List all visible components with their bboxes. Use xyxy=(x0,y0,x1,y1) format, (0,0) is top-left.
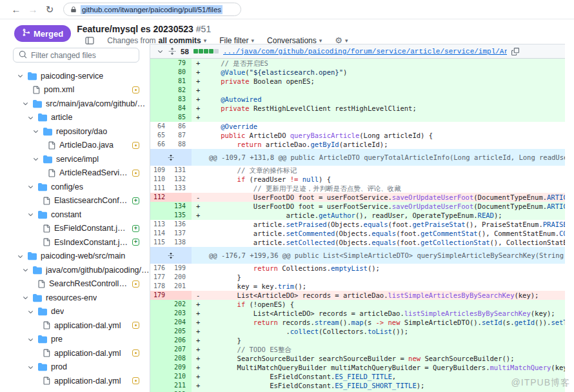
diff-line-ctx[interactable]: 109131 // 文章的操作标记 xyxy=(150,166,565,175)
diff-sign: + xyxy=(192,211,204,220)
diff-line-add[interactable]: 203+ List<ArticleDO> records = articleDa… xyxy=(150,309,565,318)
chevron-down-icon[interactable] xyxy=(32,155,39,162)
diff-line-ctx[interactable]: 110132 if (readUser != null) { xyxy=(150,175,565,184)
file-icon xyxy=(43,238,50,246)
diff-line-ctx[interactable]: 115138 article.setCollected(Objects.equa… xyxy=(150,238,565,247)
tree-folder-row[interactable]: java/com/github/paicoding/foru... xyxy=(0,263,150,277)
address-bar[interactable]: github.com/itwanger/paicoding/pull/51/fi… xyxy=(63,3,241,16)
tree-folder-row[interactable]: repository/dao xyxy=(0,124,150,139)
expand-hunk-icon[interactable] xyxy=(150,247,192,264)
diff-sign: + xyxy=(192,309,204,318)
diff-line-add[interactable]: 210+ EsFieldConstant.ES_FIELD_TITLE, xyxy=(150,372,565,381)
diff-line-add[interactable]: 82+ xyxy=(150,86,565,95)
diff-line-add[interactable]: 85+ xyxy=(150,113,565,122)
unfold-all-icon[interactable] xyxy=(168,47,176,55)
diff-line-ctx[interactable]: 176199 return Collections.emptyList(); xyxy=(150,264,565,273)
chevron-down-icon[interactable] xyxy=(27,336,34,343)
sidebar-toggle-button[interactable] xyxy=(85,37,94,44)
forward-icon[interactable]: → xyxy=(25,4,41,15)
modified-file-icon xyxy=(132,86,139,93)
chevron-down-icon[interactable] xyxy=(27,364,34,371)
chevron-down-icon[interactable] xyxy=(22,294,29,301)
tree-file-row[interactable]: application-dal.yml xyxy=(0,374,150,388)
diff-line-add[interactable]: 81+ private Boolean openES; xyxy=(150,77,565,86)
folder-icon xyxy=(33,99,42,108)
tree-file-row[interactable]: EsIndexConstant.java+ xyxy=(0,235,150,250)
chevron-down-icon[interactable] xyxy=(27,308,34,315)
chevron-down-icon[interactable] xyxy=(17,72,24,79)
diff-line-del[interactable]: 179- List<ArticleDO> records = articleDa… xyxy=(150,291,565,300)
tree-folder-row[interactable]: article xyxy=(0,111,150,125)
diff-line-add[interactable]: 79+ // 是否开启ES xyxy=(150,59,565,68)
code-line: } xyxy=(204,273,565,282)
diff-line-add[interactable]: 80+ @Value("${elasticsearch.open}") xyxy=(150,68,565,77)
diff-line-add[interactable]: 134+ UserFootDO foot = userFootService.s… xyxy=(150,202,565,211)
copy-path-icon[interactable] xyxy=(511,48,519,55)
diff-line-ctx[interactable]: 178201 key = key.trim(); xyxy=(150,282,565,291)
filter-changed-files-box[interactable] xyxy=(13,48,139,63)
tree-file-row[interactable]: pom.xml xyxy=(0,83,150,97)
diff-line-del[interactable]: 112- UserFootDO foot = userFootService.s… xyxy=(150,193,565,202)
tree-file-row[interactable]: SearchRestController.java xyxy=(0,277,150,291)
chevron-down-icon[interactable] xyxy=(27,183,34,190)
diff-line-ctx[interactable]: 6688 return articleDao.getById(articleId… xyxy=(150,140,565,149)
new-line-number: 80 xyxy=(171,68,192,77)
filter-changed-files-input[interactable] xyxy=(31,51,134,60)
tree-folder-row[interactable]: dev xyxy=(0,305,150,319)
new-line-number xyxy=(171,193,192,202)
url-text[interactable]: github.com/itwanger/paicoding/pull/51/fi… xyxy=(81,5,223,14)
diff-line-add[interactable]: 205+ .collect(Collectors.toList()); xyxy=(150,327,565,336)
chevron-down-icon[interactable] xyxy=(32,128,39,135)
chevron-down-icon[interactable] xyxy=(27,114,34,121)
tree-folder-row[interactable]: resources-env xyxy=(0,291,150,305)
tree-folder-row[interactable]: constant xyxy=(0,208,150,222)
file-path-link[interactable]: .../java/com/github/paicoding/forum/serv… xyxy=(223,48,507,55)
diff-line-add[interactable]: 83+ @Autowired xyxy=(150,95,565,104)
tree-folder-row[interactable]: paicoding-web/src/main xyxy=(0,250,150,264)
diff-line-ctx[interactable]: 6486 @Override xyxy=(150,122,565,131)
diff-line-add[interactable]: 207+ // TODO ES整合 xyxy=(150,345,565,354)
diff-line-ctx[interactable]: 114137 article.setCommented(Objects.equa… xyxy=(150,229,565,238)
tree-folder-row[interactable]: service/impl xyxy=(0,152,150,166)
new-line-number: 87 xyxy=(171,131,192,140)
tree-folder-row[interactable]: src/main/java/com/github/paicod... xyxy=(0,97,150,111)
tree-folder-row[interactable]: config/es xyxy=(0,180,150,194)
tree-file-row[interactable]: EsFieldConstant.java+ xyxy=(0,222,150,236)
chevron-down-icon[interactable] xyxy=(27,211,34,218)
reload-icon[interactable]: ↻ xyxy=(41,4,58,15)
chevron-down-icon[interactable] xyxy=(17,253,24,260)
new-line-number: 201 xyxy=(171,282,192,291)
tree-file-row[interactable]: application-dal.yml xyxy=(0,346,150,360)
tree-folder-row[interactable]: pre xyxy=(0,333,150,347)
code-line: // 是否开启ES xyxy=(204,59,565,68)
chevron-down-icon[interactable] xyxy=(22,266,29,273)
folder-icon xyxy=(38,307,47,316)
diff-line-add[interactable]: 135+ article.getAuthor(), readUser, Oper… xyxy=(150,211,565,220)
diff-line-add[interactable]: 84+ private RestHighLevelClient restHigh… xyxy=(150,104,565,113)
diff-line-add[interactable]: 204+ return records.stream().map(s -> ne… xyxy=(150,318,565,327)
chevron-down-icon[interactable] xyxy=(22,100,29,107)
diff-line-add[interactable]: 211+ EsFieldConstant.ES_FIELD_SHORT_TITL… xyxy=(150,381,565,390)
diff-line-ctx[interactable]: 6587 public ArticleDO queryBasicArticle(… xyxy=(150,131,565,140)
tree-file-row[interactable]: application-dal.yml xyxy=(0,318,150,333)
tree-file-row[interactable]: ElasticsearchConfig.java+ xyxy=(0,194,150,208)
tree-file-row[interactable]: ArticleDao.java xyxy=(0,139,150,153)
expand-hunk-icon[interactable] xyxy=(150,149,192,166)
tree-item-label: dev xyxy=(51,307,64,316)
collapse-file-chevron-icon[interactable] xyxy=(157,48,164,55)
diff-line-add[interactable]: 202+ if (!openES) { xyxy=(150,300,565,309)
diff-line-ctx[interactable]: 177200 } xyxy=(150,273,565,282)
diff-line-add[interactable]: 206+ } xyxy=(150,336,565,345)
back-icon[interactable]: ← xyxy=(8,4,25,15)
tree-folder-row[interactable]: prod xyxy=(0,360,150,375)
tree-item-label: constant xyxy=(51,210,81,219)
diff-line-ctx[interactable]: 113136 article.setPraised(Objects.equals… xyxy=(150,220,565,229)
diff-line-add[interactable]: 209+ MultiMatchQueryBuilder multiMatchQu… xyxy=(150,363,565,372)
diff-line-ctx[interactable]: 111133 // 更新用于足迹，并判断是否点赞、评论、收藏 xyxy=(150,184,565,193)
caret-down-icon: ▾ xyxy=(252,37,255,44)
tree-folder-row[interactable]: paicoding-service xyxy=(0,69,150,83)
diff-line-add[interactable]: 208+ SearchSourceBuilder searchSourceBui… xyxy=(150,354,565,363)
lock-icon xyxy=(70,4,77,15)
code-line: if (readUser != null) { xyxy=(204,175,565,184)
tree-file-row[interactable]: ArticleReadServiceImpl.ja... xyxy=(0,166,150,181)
